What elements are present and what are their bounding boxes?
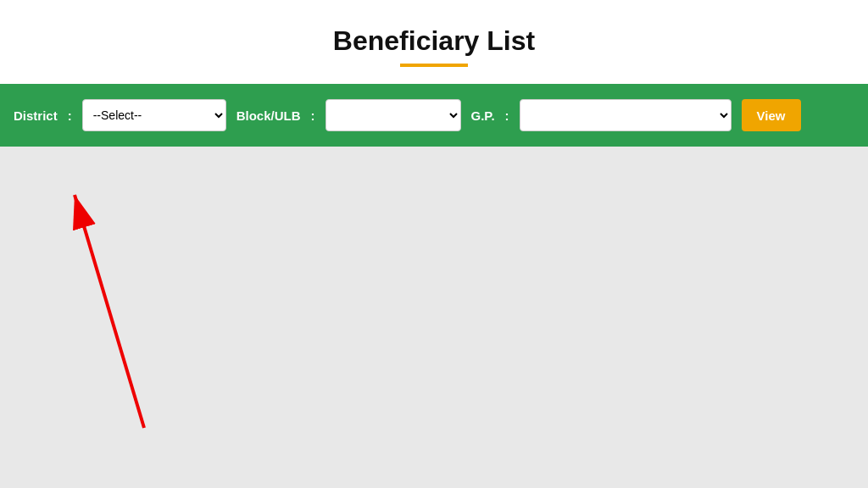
block-label: Block/ULB <box>236 108 301 123</box>
page-wrapper: Beneficiary List District : --Select-- B… <box>0 0 868 488</box>
page-title: Beneficiary List <box>0 25 868 57</box>
title-underline <box>400 64 468 67</box>
title-section: Beneficiary List <box>0 0 868 84</box>
filter-bar: District : --Select-- Block/ULB : G.P. :… <box>0 84 868 147</box>
gp-label: G.P. <box>471 108 495 123</box>
block-colon: : <box>311 108 315 123</box>
view-button[interactable]: View <box>742 99 801 131</box>
district-label: District <box>14 108 58 123</box>
gp-select[interactable] <box>520 99 732 131</box>
block-select[interactable] <box>326 99 461 131</box>
gp-colon: : <box>505 108 509 123</box>
district-colon: : <box>68 108 72 123</box>
content-area <box>0 147 868 488</box>
district-select[interactable]: --Select-- <box>82 99 226 131</box>
